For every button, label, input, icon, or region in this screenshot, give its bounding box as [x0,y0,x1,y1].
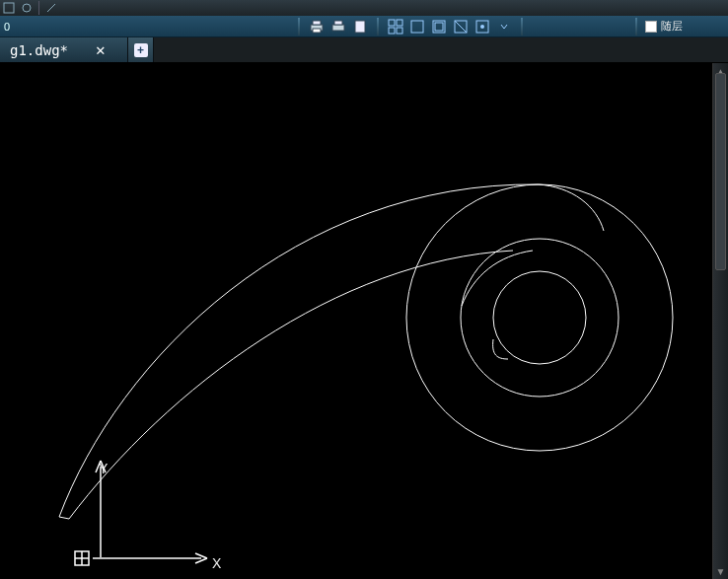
svg-rect-4 [313,29,321,33]
ribbon-fragment [0,0,728,16]
toolbar-separator [38,1,39,15]
print-group [302,16,375,36]
viewport-single-icon[interactable] [408,18,426,36]
svg-point-18 [480,25,484,29]
svg-rect-11 [397,28,402,34]
svg-point-21 [493,271,586,364]
printer-icon[interactable] [329,18,347,36]
model-space-canvas[interactable]: Y X [0,63,728,579]
svg-rect-3 [313,21,321,25]
svg-rect-6 [334,21,342,25]
page-setup-icon[interactable] [351,18,369,36]
toolbar-separator [298,18,300,36]
viewport-clip-icon[interactable] [452,18,470,36]
plus-icon: + [134,43,148,57]
svg-rect-7 [355,21,365,33]
viewport-poly-icon[interactable] [430,18,448,36]
svg-point-20 [461,239,619,397]
svg-point-1 [23,4,31,12]
close-icon[interactable]: ✕ [96,42,106,58]
toolbar-separator [635,18,637,36]
quick-toolbar: 0 随层 [0,16,728,37]
ribbon-tool-icon[interactable] [44,1,58,15]
viewport-group [381,16,519,36]
svg-rect-9 [397,20,402,26]
document-tab[interactable]: g1.dwg* ✕ [0,37,128,62]
svg-rect-10 [389,28,395,34]
layer-color-dropdown[interactable]: 随层 [639,19,689,34]
svg-rect-5 [332,25,344,31]
ribbon-tool-icon[interactable] [20,1,34,15]
svg-point-19 [406,184,673,451]
svg-line-16 [455,21,467,33]
svg-rect-14 [435,23,443,31]
chevron-down-icon[interactable] [495,18,513,36]
toolbar-separator [377,18,379,36]
coord-readout: 0 [4,21,10,33]
new-tab-button[interactable]: + [128,37,154,62]
layer-color-label: 随层 [661,19,683,34]
svg-rect-12 [411,21,423,33]
scrollbar-thumb[interactable] [715,73,726,270]
viewport-lock-icon[interactable] [473,18,491,36]
document-tab-bar: g1.dwg* ✕ + [0,37,728,63]
toolbar-separator [521,18,523,36]
ribbon-tool-icon[interactable] [2,1,16,15]
vertical-scrollbar[interactable]: ▲ ▼ [712,63,728,579]
svg-rect-8 [389,20,395,26]
color-swatch-bylayer [645,21,657,33]
scroll-down-arrow-icon[interactable]: ▼ [713,563,728,579]
layout-tile-icon[interactable] [387,18,404,36]
printer-icon[interactable] [308,18,326,36]
svg-rect-0 [4,3,14,13]
document-tab-filename: g1.dwg* [10,42,68,58]
